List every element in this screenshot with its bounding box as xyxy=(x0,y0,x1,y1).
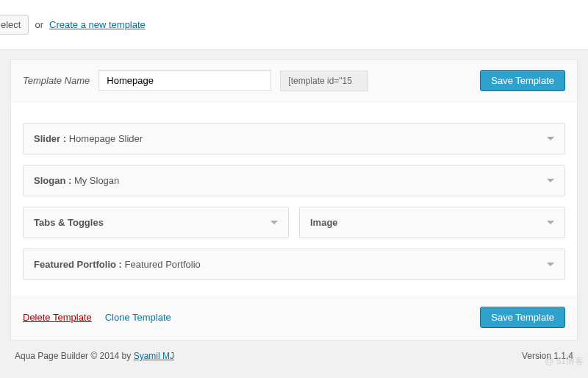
chevron-down-icon xyxy=(547,137,554,140)
or-text: or xyxy=(35,19,43,30)
delete-template-link[interactable]: Delete Template xyxy=(23,312,92,323)
block-slogan[interactable]: Slogan : My Slogan xyxy=(23,165,565,196)
site-footer: Aqua Page Builder © 2014 by Syamil MJ Ve… xyxy=(0,340,588,371)
block-slogan-title: Slogan : My Slogan xyxy=(34,175,119,186)
select-template-button[interactable]: elect xyxy=(0,15,29,35)
block-slider-title: Slider : Homepage Slider xyxy=(34,133,143,144)
chevron-down-icon xyxy=(547,221,554,224)
save-template-button-top[interactable]: Save Template xyxy=(480,70,565,91)
block-row: Tabs & Toggles Image xyxy=(23,207,565,238)
block-slider[interactable]: Slider : Homepage Slider xyxy=(23,123,565,154)
author-link[interactable]: Syamil MJ xyxy=(134,351,174,361)
block-tabs-title: Tabs & Toggles xyxy=(34,217,104,228)
template-name-input[interactable] xyxy=(98,70,271,91)
block-tabs-toggles[interactable]: Tabs & Toggles xyxy=(23,207,289,238)
block-image[interactable]: Image xyxy=(299,207,565,238)
template-footer: Delete Template Clone Template Save Temp… xyxy=(11,295,577,340)
block-image-title: Image xyxy=(310,217,338,228)
template-header: Template Name Save Template xyxy=(11,60,577,101)
chevron-down-icon xyxy=(547,263,554,266)
clone-template-link[interactable]: Clone Template xyxy=(105,312,171,323)
create-template-link[interactable]: Create a new template xyxy=(49,19,146,30)
chevron-down-icon xyxy=(547,179,554,182)
watermark: @ 51博客 xyxy=(545,355,584,368)
block-featured-portfolio[interactable]: Featured Portfolio : Featured Portfolio xyxy=(23,249,565,280)
blocks-area: Slider : Homepage Slider Slogan : My Slo… xyxy=(11,101,577,295)
save-template-button-bottom[interactable]: Save Template xyxy=(480,307,565,328)
block-portfolio-title: Featured Portfolio : Featured Portfolio xyxy=(34,259,201,270)
chevron-down-icon xyxy=(270,221,278,224)
shortcode-input[interactable] xyxy=(280,71,368,91)
template-panel: Template Name Save Template Slider : Hom… xyxy=(10,59,578,340)
top-bar: elect or Create a new template xyxy=(0,0,588,50)
copyright-text: Aqua Page Builder © 2014 by Syamil MJ xyxy=(15,351,174,361)
template-name-label: Template Name xyxy=(23,75,90,86)
